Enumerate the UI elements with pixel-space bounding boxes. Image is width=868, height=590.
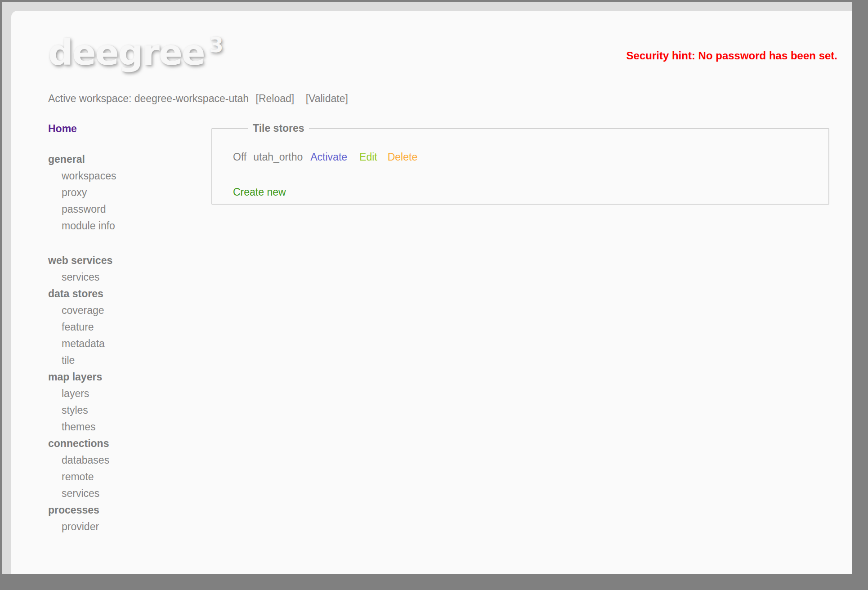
tile-store-row: Off utah_ortho Activate Edit Delete: [233, 150, 828, 164]
sidebar-item-layers[interactable]: layers: [48, 385, 210, 402]
deegree-logo: deegree3: [48, 32, 224, 73]
sidebar-menu: Home general workspaces proxy password m…: [48, 121, 210, 535]
create-new-link[interactable]: Create new: [233, 185, 286, 199]
tile-store-status: Off: [233, 150, 246, 164]
validate-link[interactable]: [Validate]: [306, 93, 348, 104]
sidebar-item-services[interactable]: services: [48, 269, 210, 286]
sidebar-item-feature[interactable]: feature: [48, 319, 210, 335]
delete-link[interactable]: Delete: [388, 150, 417, 164]
tile-store-name: utah_ortho: [253, 150, 303, 164]
sidebar-group-processes: processes: [48, 502, 210, 518]
sidebar-item-proxy[interactable]: proxy: [48, 184, 210, 201]
activate-link[interactable]: Activate: [310, 150, 347, 164]
sidebar-group-map-layers: map layers: [48, 369, 210, 385]
sidebar-item-tile[interactable]: tile: [48, 352, 210, 369]
home-link[interactable]: Home: [48, 123, 77, 134]
sidebar-item-password[interactable]: password: [48, 201, 210, 218]
edit-link[interactable]: Edit: [359, 150, 377, 164]
sidebar-item-services-connections[interactable]: services: [48, 485, 210, 502]
sidebar-item-themes[interactable]: themes: [48, 419, 210, 435]
sidebar-item-styles[interactable]: styles: [48, 402, 210, 419]
console-page: deegree3 Security hint: No password has …: [11, 11, 852, 574]
sidebar-item-workspaces[interactable]: workspaces: [48, 168, 210, 184]
sidebar-item-metadata[interactable]: metadata: [48, 335, 210, 352]
sidebar-item-databases[interactable]: databases: [48, 452, 210, 469]
sidebar-item-home[interactable]: Home: [48, 121, 210, 137]
sidebar-group-data-stores: data stores: [48, 286, 210, 302]
logo-version: 3: [209, 33, 224, 57]
sidebar-item-coverage[interactable]: coverage: [48, 302, 210, 319]
sidebar-item-provider[interactable]: provider: [48, 518, 210, 535]
active-workspace-line: Active workspace: deegree-workspace-utah…: [48, 93, 348, 105]
sidebar-group-general: general: [48, 151, 210, 168]
sidebar-group-connections: connections: [48, 435, 210, 452]
sidebar-group-web-services: web services: [48, 252, 210, 269]
main-content: Tile stores Off utah_ortho Activate Edit…: [211, 122, 829, 205]
logo-text: deegree: [48, 32, 205, 73]
tile-stores-legend: Tile stores: [248, 122, 309, 134]
tile-stores-fieldset: Tile stores Off utah_ortho Activate Edit…: [211, 122, 829, 205]
sidebar-item-module-info[interactable]: module info: [48, 218, 210, 234]
security-hint: Security hint: No password has been set.: [626, 49, 837, 62]
active-workspace-label: Active workspace: deegree-workspace-utah: [48, 93, 249, 104]
browser-frame: deegree3 Security hint: No password has …: [2, 2, 852, 574]
sidebar-item-remote[interactable]: remote: [48, 469, 210, 485]
reload-link[interactable]: [Reload]: [256, 93, 295, 104]
